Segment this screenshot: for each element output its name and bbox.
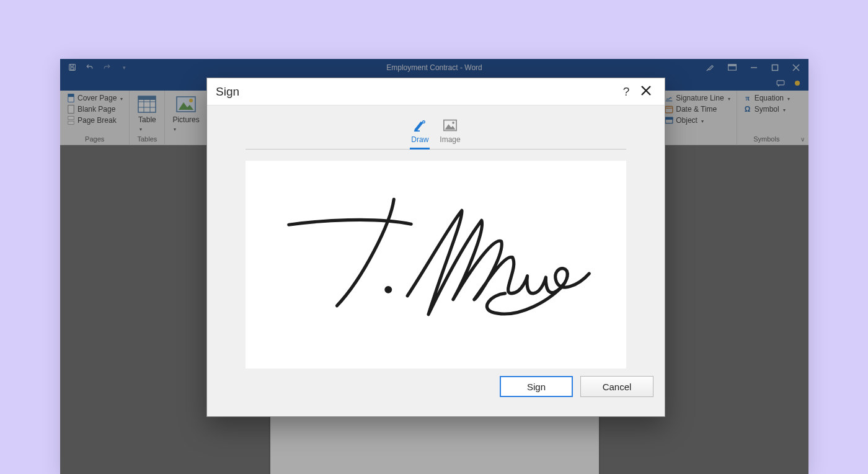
dialog-header: Sign ? [207, 78, 665, 105]
pen-icon [413, 119, 427, 132]
dialog-footer: Sign Cancel [207, 376, 665, 407]
sign-dialog: Sign ? Draw Image [206, 78, 665, 417]
help-button[interactable]: ? [616, 85, 636, 99]
sign-tab-image-label: Image [440, 135, 460, 144]
sign-confirm-button[interactable]: Sign [500, 376, 573, 397]
cancel-button[interactable]: Cancel [580, 376, 653, 397]
svg-point-37 [386, 287, 391, 292]
sign-tab-draw[interactable]: Draw [411, 119, 428, 149]
svg-point-33 [423, 121, 425, 123]
sign-tab-draw-label: Draw [411, 135, 428, 144]
signature-stroke [246, 161, 626, 369]
sign-mode-tabs: Draw Image [246, 105, 626, 150]
dialog-title: Sign [216, 85, 239, 99]
image-icon [443, 119, 457, 132]
sign-tab-image[interactable]: Image [440, 119, 460, 149]
svg-marker-35 [445, 124, 456, 129]
signature-canvas[interactable] [246, 161, 626, 369]
svg-point-36 [452, 122, 454, 124]
close-dialog-button[interactable] [636, 84, 656, 100]
